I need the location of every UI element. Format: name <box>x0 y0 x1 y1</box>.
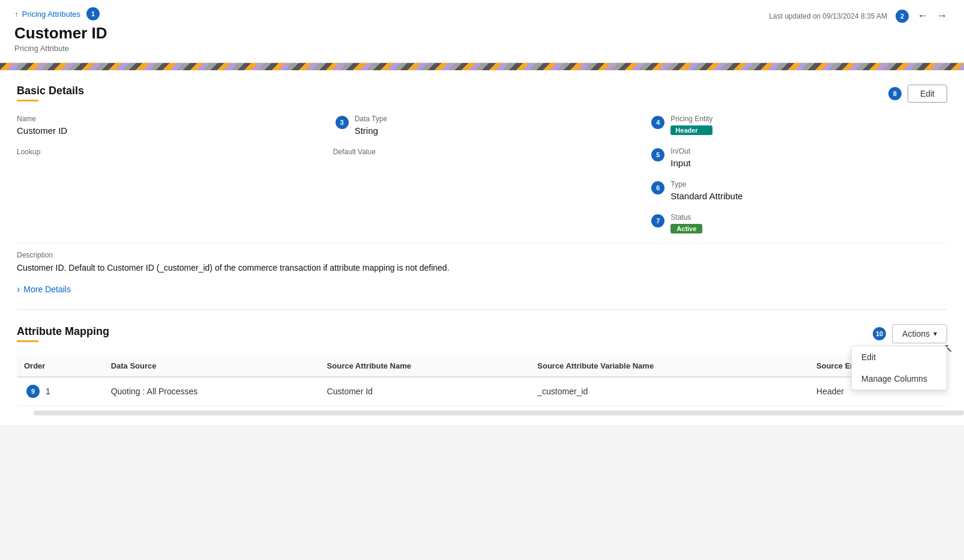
mapping-section-title: Attribute Mapping <box>17 325 109 338</box>
section-underline <box>17 100 38 101</box>
name-label: Name <box>17 115 315 123</box>
in-out-label: In/Out <box>670 147 690 155</box>
type-field: 6 Type Standard Attribute <box>649 180 947 201</box>
data-type-label: Data Type <box>355 115 387 123</box>
horizontal-scrollbar[interactable] <box>34 411 964 415</box>
cell-data-source: Quoting : All Processes <box>104 377 320 406</box>
description-label: Description <box>17 251 947 259</box>
top-header: ↑ Pricing Attributes 1 Customer ID Prici… <box>0 0 964 63</box>
status-badge-num: 7 <box>651 214 664 227</box>
cell-order: 9 1 <box>17 377 104 406</box>
table-header-row: Order Data Source Source Attribute Name … <box>17 355 947 377</box>
scroll-area <box>17 411 947 425</box>
col2: 3 Data Type String Default Value <box>333 115 631 233</box>
in-out-value: Input <box>670 158 690 168</box>
dropdown-manage-columns[interactable]: Manage Columns <box>852 368 947 390</box>
lookup-label: Lookup <box>17 148 315 156</box>
header-right: Last updated on 09/13/2024 8:35 AM 2 ← → <box>769 8 950 23</box>
main-content: Basic Details 8 Edit Name Customer ID Lo… <box>0 70 964 425</box>
row-number-wrap: 9 1 <box>24 385 97 398</box>
cell-source-attr-var: _customer_id <box>530 377 809 406</box>
basic-details-section: Basic Details 8 Edit Name Customer ID Lo… <box>0 70 964 309</box>
status-item: Status Active <box>670 213 702 233</box>
section-title-wrap: Basic Details <box>17 85 84 101</box>
in-out-item: In/Out Input <box>670 147 690 168</box>
name-field: Name Customer ID <box>17 115 315 136</box>
breadcrumb-badge: 1 <box>86 7 100 20</box>
col-data-source: Data Source <box>104 355 320 377</box>
status-label: Status <box>670 213 702 221</box>
edit-button[interactable]: Edit <box>908 85 947 103</box>
data-type-badge: 3 <box>336 116 349 129</box>
type-label: Type <box>670 180 743 188</box>
edit-area: 8 Edit <box>886 85 947 103</box>
type-value: Standard Attribute <box>670 191 743 201</box>
fields-grid: Name Customer ID Lookup 3 Data Type Stri… <box>17 115 947 233</box>
pricing-entity-badge: 4 <box>651 116 664 129</box>
actions-label: Actions <box>902 329 930 339</box>
page-subtitle: Pricing Attribute <box>14 44 950 53</box>
dropdown-edit[interactable]: Edit <box>852 346 947 368</box>
col-source-attr-name: Source Attribute Name <box>320 355 531 377</box>
lookup-field: Lookup <box>17 148 315 158</box>
status-field: 7 Status Active <box>649 213 947 233</box>
pricing-entity-label: Pricing Entity <box>670 115 712 123</box>
type-item: Type Standard Attribute <box>670 180 743 201</box>
data-type-item: Data Type String <box>355 115 387 136</box>
chevron-down-icon: ▾ <box>933 330 937 338</box>
in-out-field: 5 In/Out Input <box>649 147 947 168</box>
last-updated-text: Last updated on 09/13/2024 8:35 AM <box>769 12 887 20</box>
data-type-value: String <box>355 125 387 136</box>
page-title: Customer ID <box>14 24 950 43</box>
description-section: Description Customer ID. Default to Cust… <box>17 243 947 274</box>
mapping-underline <box>17 340 38 342</box>
description-text: Customer ID. Default to Customer ID (_cu… <box>17 262 947 274</box>
up-arrow-icon: ↑ <box>14 10 19 19</box>
mapping-title-wrap: Attribute Mapping <box>17 325 109 342</box>
mapping-header: Attribute Mapping 10 Actions ▾ Edit Mana… <box>17 324 947 343</box>
table-row: 9 1 Quoting : All Processes Customer Id … <box>17 377 947 406</box>
pricing-entity-item: Pricing Entity Header <box>670 115 712 135</box>
pricing-entity-value: Header <box>670 125 712 135</box>
actions-button[interactable]: Actions ▾ <box>892 324 947 343</box>
default-value-label: Default Value <box>333 148 631 156</box>
section-header: Basic Details 8 Edit <box>17 85 947 103</box>
actions-dropdown: Edit Manage Columns <box>851 346 947 390</box>
col-source-attr-var: Source Attribute Variable Name <box>530 355 809 377</box>
back-arrow-button[interactable]: ← <box>915 8 930 23</box>
default-value-field: Default Value <box>333 148 631 158</box>
stripe-bar <box>0 63 964 70</box>
actions-btn-wrap: Actions ▾ Edit Manage Columns ↖ <box>892 324 947 343</box>
actions-area: 10 Actions ▾ Edit Manage Columns ↖ <box>870 324 947 343</box>
more-details-row[interactable]: › More Details <box>17 284 947 295</box>
name-value: Customer ID <box>17 125 315 136</box>
nav-arrows: ← → <box>915 8 950 23</box>
more-details-label: More Details <box>23 285 71 294</box>
attribute-mapping-section: Attribute Mapping 10 Actions ▾ Edit Mana… <box>0 310 964 425</box>
col1: Name Customer ID Lookup <box>17 115 315 233</box>
nav-badge: 2 <box>896 10 909 23</box>
forward-arrow-button[interactable]: → <box>934 8 950 23</box>
actions-badge: 10 <box>873 327 886 340</box>
mapping-table: Order Data Source Source Attribute Name … <box>17 355 947 406</box>
pricing-entity-field: 4 Pricing Entity Header <box>649 115 947 135</box>
type-badge: 6 <box>651 181 664 194</box>
cell-source-attr-name: Customer Id <box>320 377 531 406</box>
chevron-right-icon: › <box>17 284 20 295</box>
section-title: Basic Details <box>17 85 84 97</box>
row-order: 1 <box>46 387 50 396</box>
col3: 4 Pricing Entity Header 5 In/Out Input 6 <box>649 115 947 233</box>
row-badge: 9 <box>26 385 40 398</box>
in-out-badge: 5 <box>651 148 664 161</box>
edit-badge: 8 <box>888 87 902 100</box>
data-type-field: 3 Data Type String <box>333 115 631 136</box>
col-order: Order <box>17 355 104 377</box>
status-value: Active <box>670 224 702 233</box>
breadcrumb-link[interactable]: Pricing Attributes <box>22 10 81 19</box>
